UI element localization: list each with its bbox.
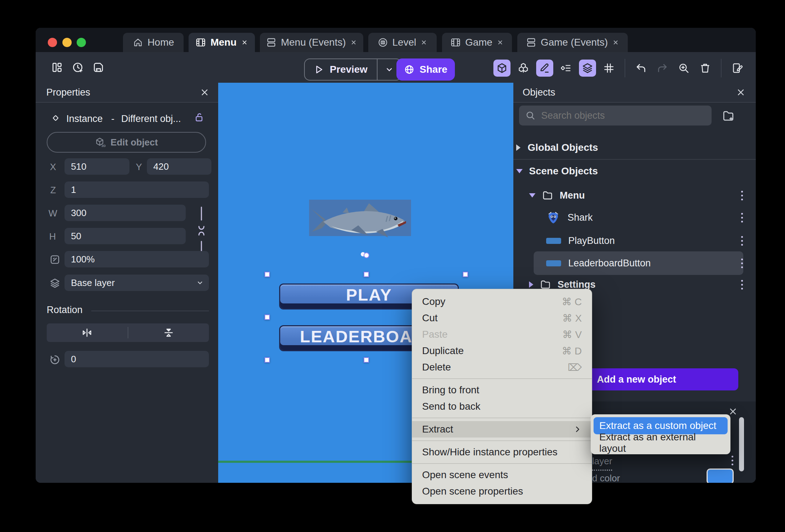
toolbar: Preview Share	[36, 52, 756, 83]
edit-object-button[interactable]: 2D Edit object	[47, 132, 206, 153]
menu-item-label: Cut	[422, 312, 438, 324]
opacity-input[interactable]	[65, 251, 209, 267]
menu-item-bring-to-front[interactable]: Bring to front	[412, 382, 592, 398]
folder-row-menu[interactable]: Menu	[529, 187, 743, 204]
search-objects-field[interactable]	[519, 106, 712, 126]
section-divider	[91, 311, 209, 311]
dash-separator: -	[111, 113, 114, 124]
redo-button[interactable]	[654, 60, 671, 77]
layers-toggle[interactable]	[579, 60, 596, 77]
tab-menu-events[interactable]: Menu (Events)	[260, 33, 363, 52]
objects-list-toggle[interactable]	[515, 60, 532, 77]
menu-item-cut[interactable]: Cut ⌘ X	[412, 310, 592, 326]
kebab-menu-icon[interactable]	[741, 213, 743, 222]
kebab-menu-icon[interactable]	[741, 259, 743, 268]
menu-item-show-hide-instance-properties[interactable]: Show/Hide instance properties	[412, 444, 592, 460]
shark-sprite[interactable]	[309, 198, 411, 245]
rotation-input[interactable]	[65, 351, 209, 367]
chevron-down-icon	[385, 65, 394, 74]
x-input[interactable]	[65, 158, 129, 175]
close-icon[interactable]	[241, 39, 248, 46]
h-label: H	[49, 231, 56, 242]
toolbar-separator	[625, 59, 625, 77]
width-input[interactable]	[65, 205, 186, 221]
w-label: W	[48, 208, 57, 219]
tab-home[interactable]: Home	[123, 33, 184, 52]
window-close-button[interactable]	[48, 38, 57, 47]
panel-title: Properties	[46, 87, 90, 98]
menu-item-open-scene-events[interactable]: Open scene events	[412, 467, 592, 483]
object-row-playbutton[interactable]: PlayButton	[546, 231, 743, 250]
events-icon	[526, 37, 537, 48]
edit-mode-toggle[interactable]	[536, 60, 553, 77]
close-icon[interactable]	[728, 406, 738, 416]
close-icon[interactable]	[736, 87, 746, 97]
submenu-item-extract-external-layout[interactable]: Extract as an external layout	[594, 434, 728, 451]
menu-item-duplicate[interactable]: Duplicate ⌘ D	[412, 343, 592, 359]
z-input[interactable]	[65, 181, 209, 198]
menu-item-copy[interactable]: Copy ⌘ C	[412, 293, 592, 310]
selection-handle-top-right[interactable]	[463, 272, 468, 277]
kebab-menu-icon[interactable]	[741, 191, 743, 200]
kebab-menu-icon[interactable]	[741, 236, 743, 246]
scrollbar-thumb[interactable]	[739, 417, 744, 471]
share-button[interactable]: Share	[396, 58, 455, 81]
menu-item-delete[interactable]: Delete ⌦	[412, 359, 592, 375]
search-input[interactable]	[541, 110, 705, 121]
selection-handle-bottom-left[interactable]	[265, 357, 270, 363]
menu-item-extract[interactable]: Extract	[412, 421, 592, 438]
scene-objects-group[interactable]: Scene Objects	[516, 163, 598, 179]
tab-game-events[interactable]: Game (Events)	[517, 33, 628, 52]
object-label: Shark	[568, 212, 593, 223]
preview-button[interactable]: Preview	[305, 64, 377, 75]
height-input[interactable]	[65, 228, 186, 244]
flip-horizontal-button[interactable]	[47, 327, 128, 339]
layer-name-text[interactable]: layer	[592, 456, 612, 471]
background-color-swatch[interactable]	[707, 469, 734, 483]
save-button[interactable]	[90, 59, 107, 76]
object-label: PlayButton	[568, 235, 615, 246]
link-dimensions-icon[interactable]	[197, 206, 206, 256]
tab-level[interactable]: Level	[368, 33, 437, 52]
rotate-handle[interactable]	[364, 252, 369, 258]
close-icon[interactable]	[420, 39, 427, 46]
y-input[interactable]	[147, 158, 211, 175]
selection-handle-top-left[interactable]	[265, 272, 270, 277]
selection-handle-top-mid[interactable]	[364, 272, 369, 277]
submenu-item-label: Extract as a custom object	[599, 420, 716, 431]
object-row-leaderboardbutton[interactable]: LeaderboardButton	[546, 254, 743, 272]
object-row-shark[interactable]: Shark	[546, 208, 743, 227]
menu-item-send-to-back[interactable]: Send to back	[412, 398, 592, 415]
edit-scene-properties-button[interactable]	[729, 60, 746, 77]
window-minimize-button[interactable]	[62, 38, 72, 47]
history-button[interactable]	[69, 59, 86, 76]
menu-item-label: Send to back	[422, 401, 480, 412]
lock-open-icon[interactable]	[194, 112, 205, 123]
window-maximize-button[interactable]	[77, 38, 86, 47]
menu-item-paste[interactable]: Paste ⌘ V	[412, 326, 592, 343]
project-manager-button[interactable]	[48, 59, 66, 76]
add-object-label: Add a new object	[597, 374, 676, 385]
zoom-button[interactable]	[675, 60, 692, 77]
menu-item-open-scene-properties[interactable]: Open scene properties	[412, 483, 592, 500]
close-icon[interactable]	[497, 39, 504, 46]
objects-3d-toggle[interactable]	[493, 60, 510, 77]
kebab-menu-icon[interactable]	[741, 280, 743, 290]
layer-select[interactable]: Base layer	[65, 275, 209, 291]
selection-handle-bottom-mid[interactable]	[364, 357, 369, 363]
new-folder-icon[interactable]	[722, 109, 735, 123]
flip-vertical-button[interactable]	[128, 327, 209, 339]
undo-button[interactable]	[632, 60, 650, 77]
close-icon[interactable]	[350, 39, 357, 46]
kebab-menu-icon[interactable]	[732, 456, 733, 465]
close-icon[interactable]	[200, 87, 210, 97]
close-icon[interactable]	[612, 39, 619, 46]
tab-menu[interactable]: Menu	[189, 33, 255, 52]
selection-handle-mid-left[interactable]	[265, 314, 270, 320]
delete-button[interactable]	[697, 60, 714, 77]
global-objects-group[interactable]: Global Objects	[516, 140, 598, 155]
grid-toggle[interactable]	[600, 60, 617, 77]
tab-game[interactable]: Game	[442, 33, 512, 52]
rotate-icon	[49, 354, 61, 366]
instance-properties-toggle[interactable]	[558, 60, 575, 77]
